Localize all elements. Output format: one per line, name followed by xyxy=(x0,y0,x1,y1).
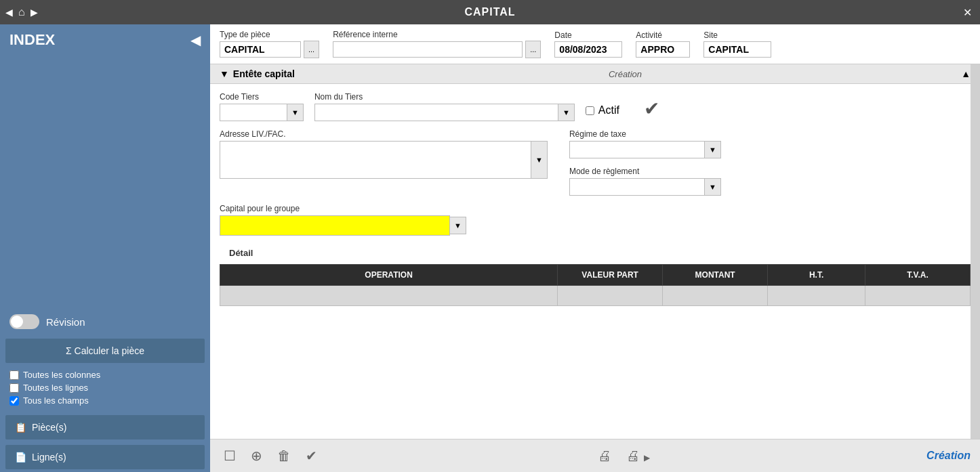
revision-row: Révision xyxy=(0,307,210,336)
ref-interne-row: ... xyxy=(333,41,541,58)
close-button[interactable]: ✕ xyxy=(963,6,972,19)
actif-checkbox-group: Actif xyxy=(586,104,619,116)
code-tiers-picker-btn[interactable]: ▼ xyxy=(287,104,304,121)
adresse-picker-btn[interactable]: ▼ xyxy=(531,141,548,179)
actif-label: Actif xyxy=(598,104,619,116)
scroll-indicator xyxy=(971,64,980,439)
piece-btn-label: Pièce(s) xyxy=(32,422,66,433)
table-row-empty xyxy=(220,286,971,306)
sidebar-spacer xyxy=(0,56,210,307)
scroll-up-btn[interactable]: ▲ xyxy=(961,68,971,79)
capital-groupe-label: Capital pour le groupe xyxy=(220,204,466,213)
regime-taxe-label: Régime de taxe xyxy=(569,129,721,139)
ligne-btn-label: Ligne(s) xyxy=(32,452,66,463)
date-input[interactable] xyxy=(554,41,622,58)
capital-groupe-input[interactable] xyxy=(220,215,450,236)
checkbox-toutes-colonnes-input[interactable] xyxy=(9,370,19,380)
activite-input[interactable] xyxy=(636,41,690,58)
ligne-button[interactable]: 📄 Ligne(s) xyxy=(5,445,205,469)
nav-prev-button[interactable]: ◀ xyxy=(5,7,13,18)
date-group: Date xyxy=(554,30,622,58)
type-piece-input[interactable] xyxy=(220,41,301,58)
print-alt-button[interactable]: 🖨 ▶ xyxy=(622,446,654,467)
revision-toggle[interactable] xyxy=(9,314,39,329)
title-bar: ◀ ⌂ ▶ CAPITAL ✕ xyxy=(0,0,980,24)
table-header-row: OPERATION VALEUR PART MONTANT H.T. T.V.A… xyxy=(220,265,971,286)
adresse-field: Adresse LIV./FAC. ▼ xyxy=(220,129,548,179)
empty-operation-cell xyxy=(220,286,558,306)
sigma-icon: Σ xyxy=(66,345,72,356)
mode-reglement-label: Mode de règlement xyxy=(569,167,721,176)
type-piece-picker-btn[interactable]: ... xyxy=(304,41,319,58)
nom-tiers-picker-btn[interactable]: ▼ xyxy=(558,104,575,121)
code-tiers-label: Code Tiers xyxy=(220,92,304,102)
ref-interne-input[interactable] xyxy=(333,41,523,58)
checkbox-tous-champs-input[interactable] xyxy=(9,396,19,406)
mode-reglement-picker-btn[interactable]: ▼ xyxy=(705,178,721,196)
regime-taxe-input[interactable] xyxy=(569,141,705,158)
print-alt-icon: 🖨 xyxy=(626,448,640,463)
print-icon: 🖨 xyxy=(598,448,611,463)
bottom-creation-label: Création xyxy=(926,450,971,462)
section-collapse-icon[interactable]: ▼ xyxy=(220,68,229,79)
ref-interne-picker-btn[interactable]: ... xyxy=(525,41,541,58)
capital-groupe-input-group: ▼ xyxy=(220,215,466,236)
checkboxes-group: Toutes les colonnes Toutes les lignes To… xyxy=(0,366,210,412)
col-ht: H.T. xyxy=(768,265,865,286)
checkbox-toutes-lignes: Toutes les lignes xyxy=(9,383,201,393)
validate-check-icon[interactable]: ✔ xyxy=(644,98,659,119)
piece-button[interactable]: 📋 Pièce(s) xyxy=(5,415,205,439)
new-doc-icon: ☐ xyxy=(224,448,236,463)
date-label: Date xyxy=(554,30,622,40)
checkbox-tous-champs-label: Tous les champs xyxy=(23,395,89,406)
checkbox-toutes-lignes-input[interactable] xyxy=(9,383,19,393)
nav-next-button[interactable]: ▶ xyxy=(30,7,38,18)
delete-button[interactable]: 🗑 xyxy=(273,446,295,467)
col-operation: OPERATION xyxy=(220,265,558,286)
type-piece-group: Type de pièce ... xyxy=(220,30,319,58)
print-button[interactable]: 🖨 xyxy=(594,446,615,467)
top-bar: Type de pièce ... Référence interne ... … xyxy=(210,24,980,64)
home-button[interactable]: ⌂ xyxy=(18,6,25,18)
ref-interne-label: Référence interne xyxy=(333,30,541,39)
form-row-capital-groupe: Capital pour le groupe ▼ xyxy=(220,204,971,236)
window-title: CAPITAL xyxy=(464,6,515,18)
right-fields: Régime de taxe ▼ Mode de règlement ▼ xyxy=(569,129,721,196)
empty-tva-cell xyxy=(865,286,971,306)
calculate-piece-button[interactable]: Σ Calculer la pièce xyxy=(5,339,205,363)
form-row-tiers: Code Tiers ▼ Nom du Tiers ▼ xyxy=(220,92,971,121)
activite-label: Activité xyxy=(636,30,690,40)
bottom-toolbar: ☐ ⊕ 🗑 ✔ 🖨 🖨 ▶ Création xyxy=(210,439,980,472)
table-body xyxy=(220,286,971,306)
form-row-adresse: Adresse LIV./FAC. ▼ Régime de taxe ▼ xyxy=(220,129,971,196)
validate-button[interactable]: ✔ xyxy=(302,445,321,467)
regime-taxe-picker-btn[interactable]: ▼ xyxy=(705,141,721,158)
nom-tiers-field: Nom du Tiers ▼ xyxy=(314,92,575,121)
regime-taxe-field: Régime de taxe ▼ xyxy=(569,129,721,158)
adresse-input[interactable] xyxy=(220,141,531,179)
sidebar-header: INDEX ◀ xyxy=(0,24,210,56)
site-input[interactable] xyxy=(703,41,771,58)
form-area: ▼ Entête capital Création ▲ Code Tiers ▼ xyxy=(210,64,980,439)
empty-ht-cell xyxy=(768,286,865,306)
piece-icon: 📋 xyxy=(15,422,26,433)
nom-tiers-input[interactable] xyxy=(314,104,558,121)
mode-reglement-field: Mode de règlement ▼ xyxy=(569,167,721,196)
nom-tiers-input-group: ▼ xyxy=(314,104,575,121)
capital-groupe-picker-btn[interactable]: ▼ xyxy=(450,217,466,234)
code-tiers-field: Code Tiers ▼ xyxy=(220,92,304,121)
data-table: OPERATION VALEUR PART MONTANT H.T. T.V.A… xyxy=(220,264,971,306)
activite-group: Activité xyxy=(636,30,690,58)
add-button[interactable]: ⊕ xyxy=(247,445,266,467)
code-tiers-input[interactable] xyxy=(220,104,287,121)
sidebar: INDEX ◀ Révision Σ Calculer la pièce Tou… xyxy=(0,24,210,472)
new-doc-button[interactable]: ☐ xyxy=(220,445,240,467)
empty-montant-cell xyxy=(663,286,768,306)
sidebar-collapse-button[interactable]: ◀ xyxy=(190,32,201,48)
mode-reglement-input[interactable] xyxy=(569,178,705,196)
detail-section: Détail xyxy=(220,244,971,261)
main-layout: INDEX ◀ Révision Σ Calculer la pièce Tou… xyxy=(0,24,980,472)
check-icon-container: ✔ xyxy=(644,98,659,120)
adresse-input-group: ▼ xyxy=(220,141,548,179)
actif-checkbox[interactable] xyxy=(586,106,594,115)
